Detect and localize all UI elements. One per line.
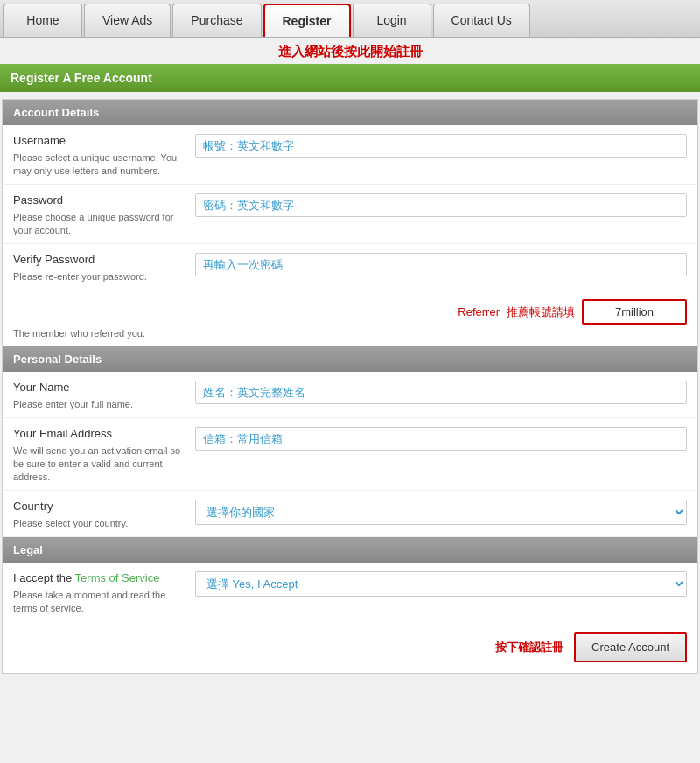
terms-field-row: I accept the Terms of Service Please tak… (3, 563, 697, 621)
tab-purchase[interactable]: Purchase (172, 4, 261, 37)
referrer-field-row: Referrer 推薦帳號請填 The member who referred … (3, 290, 697, 346)
legal-header: Legal (3, 537, 697, 563)
password-label: Password (13, 193, 188, 206)
username-help: Please select a unique username. You may… (13, 152, 177, 176)
terms-help: Please take a moment and read the terms … (13, 590, 165, 613)
country-field-row: Country Please select your country. 選擇你的… (3, 491, 697, 537)
terms-label: I accept the Terms of Service (13, 571, 188, 584)
main-content: Account Details Username Please select a… (2, 99, 698, 674)
account-details-header: Account Details (3, 100, 697, 125)
username-label: Username (13, 134, 188, 147)
tab-contact-us[interactable]: Contact Us (433, 4, 530, 37)
country-help: Please select your country. (13, 518, 128, 528)
verify-password-help: Please re-enter your password. (13, 271, 147, 282)
action-row: 按下確認註冊 Create Account (3, 621, 697, 673)
top-annotation: 進入網站後按此開始註冊 (0, 38, 700, 64)
action-annotation: 按下確認註冊 (495, 640, 564, 655)
email-help: We will send you an activation email so … (13, 445, 180, 482)
referrer-annotation: 推薦帳號請填 (507, 304, 575, 320)
email-input[interactable] (195, 427, 687, 451)
email-label: Your Email Address (13, 427, 188, 440)
terms-select[interactable]: 選擇 Yes, I Accept Yes, I Accept No (195, 571, 687, 597)
tab-view-ads[interactable]: View Ads (84, 4, 171, 37)
your-name-input[interactable] (195, 381, 687, 404)
country-label: Country (13, 500, 188, 513)
username-input[interactable] (195, 134, 687, 158)
password-help: Please choose a unique password for your… (13, 212, 173, 235)
create-account-button[interactable]: Create Account (574, 632, 687, 662)
password-field-row: Password Please choose a unique password… (3, 185, 697, 244)
tab-home[interactable]: Home (4, 4, 82, 37)
your-name-help: Please enter your full name. (13, 399, 133, 410)
terms-link[interactable]: Terms of Service (75, 571, 160, 584)
tab-register[interactable]: Register (263, 4, 351, 37)
email-field-row: Your Email Address We will send you an a… (3, 418, 697, 491)
verify-password-input[interactable] (195, 253, 687, 276)
password-input[interactable] (195, 193, 687, 217)
country-select[interactable]: 選擇你的國家 (195, 500, 687, 525)
your-name-field-row: Your Name Please enter your full name. (3, 372, 697, 418)
terms-label-prefix: I accept the (13, 571, 75, 584)
verify-password-label: Verify Password (13, 253, 188, 266)
page-header: Register A Free Account (0, 64, 700, 92)
username-field-row: Username Please select a unique username… (3, 125, 697, 185)
verify-password-field-row: Verify Password Please re-enter your pas… (3, 244, 697, 290)
referrer-label: Referrer (458, 305, 500, 318)
your-name-label: Your Name (13, 381, 188, 394)
referrer-input[interactable] (582, 299, 687, 325)
referrer-help: The member who referred you. (13, 328, 687, 339)
navigation: Home View Ads Purchase Register Login Co… (0, 0, 700, 38)
personal-details-header: Personal Details (3, 346, 697, 372)
tab-login[interactable]: Login (353, 4, 431, 37)
